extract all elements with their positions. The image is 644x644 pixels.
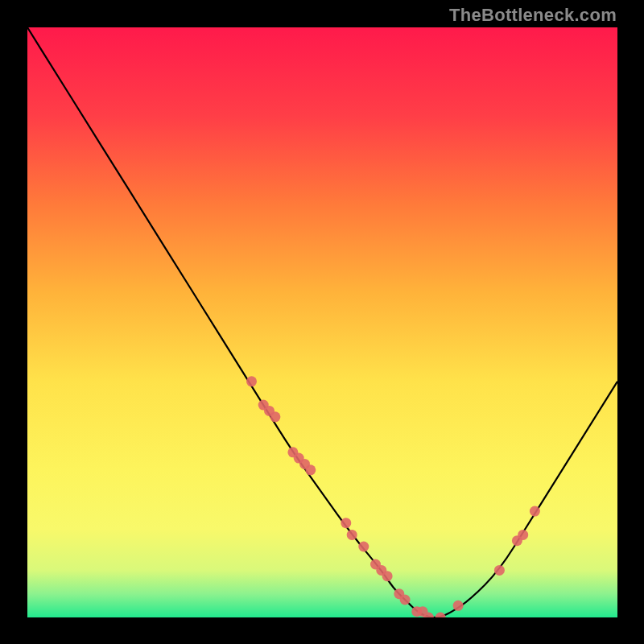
- scatter-dot: [358, 542, 369, 552]
- chart-stage: TheBottleneck.com: [0, 0, 644, 644]
- plot-area: [27, 27, 617, 617]
- scatter-dot: [270, 411, 280, 422]
- scatter-dot: [347, 530, 357, 540]
- scatter-points: [246, 376, 540, 617]
- watermark-text: TheBottleneck.com: [449, 5, 617, 26]
- scatter-dot: [453, 601, 464, 611]
- scatter-dot: [246, 376, 257, 386]
- scatter-dot: [436, 613, 446, 618]
- bottleneck-curve: [27, 27, 617, 617]
- chart-svg: [27, 27, 617, 617]
- scatter-dot: [341, 518, 351, 528]
- scatter-dot: [494, 565, 505, 576]
- scatter-dot: [305, 464, 316, 475]
- scatter-dot: [400, 595, 411, 605]
- scatter-dot: [530, 506, 540, 517]
- scatter-dot: [518, 530, 528, 540]
- scatter-dot: [382, 571, 393, 581]
